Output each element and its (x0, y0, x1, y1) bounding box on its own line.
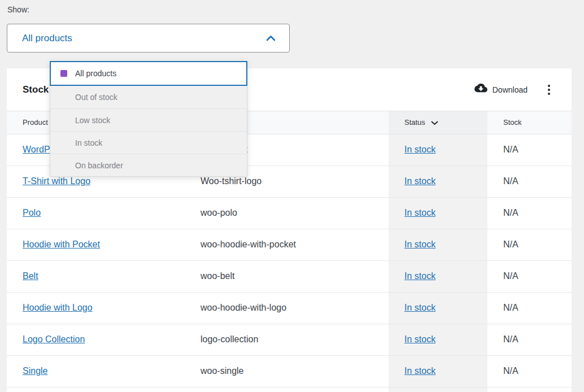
product-cell: Hoodie with Logo (7, 292, 194, 324)
sku-cell: woo-single (194, 355, 389, 387)
status-cell: In stock (389, 324, 487, 355)
product-link[interactable]: Single (23, 366, 47, 376)
sku-cell: woo-polo (194, 197, 389, 229)
dropdown-option-all-products[interactable]: All products (50, 61, 247, 86)
kebab-dot (548, 85, 550, 87)
cloud-download-icon (474, 84, 487, 96)
dropdown-option-in-stock[interactable]: In stock (50, 131, 247, 154)
product-link[interactable]: Logo Collection (23, 334, 85, 344)
col-header-status-label: Status (404, 118, 425, 127)
status-link[interactable]: In stock (404, 334, 435, 344)
kebab-dot (548, 89, 550, 91)
status-cell: In stock (389, 292, 487, 324)
dropdown-option-low-stock[interactable]: Low stock (50, 108, 247, 131)
table-row: Polowoo-poloIn stockN/A (7, 197, 572, 229)
product-cell: Logo Collection (7, 324, 194, 355)
stock-cell: N/A (487, 292, 572, 324)
status-cell: In stock (389, 165, 487, 197)
status-link[interactable]: In stock (404, 303, 435, 312)
product-cell: Single (7, 355, 194, 387)
status-link[interactable]: In stock (404, 208, 435, 217)
col-header-status[interactable]: Status (389, 111, 487, 134)
status-link[interactable]: In stock (404, 176, 435, 186)
chevron-down-icon (431, 119, 438, 127)
sku-cell: woo-hoodie-with-logo (194, 292, 389, 324)
status-cell: In stock (389, 229, 487, 260)
table-row (7, 387, 572, 392)
status-link[interactable]: In stock (404, 271, 435, 281)
product-cell: Hoodie with Pocket (7, 229, 194, 260)
download-button[interactable]: Download (474, 84, 528, 96)
status-cell: In stock (389, 355, 487, 387)
product-link[interactable]: Belt (23, 271, 38, 281)
sku-cell: woo-hoodie-with-pocket (194, 229, 389, 260)
dropdown-option-out-of-stock[interactable]: Out of stock (50, 86, 247, 108)
product-link[interactable]: T-Shirt with Logo (23, 176, 90, 186)
product-cell: Polo (7, 197, 194, 229)
filter-dropdown-menu: All products Out of stockLow stockIn sto… (50, 61, 247, 177)
product-link[interactable]: Hoodie with Logo (23, 303, 93, 312)
stock-cell: N/A (487, 134, 572, 165)
kebab-dot (548, 93, 550, 95)
status-link[interactable]: In stock (404, 145, 435, 154)
status-cell: In stock (389, 134, 487, 165)
col-header-stock[interactable]: Stock (487, 111, 572, 134)
col-header-product-label: Product (23, 118, 48, 127)
status-cell: In stock (389, 260, 487, 292)
product-cell (7, 387, 194, 392)
status-link[interactable]: In stock (404, 239, 435, 249)
stock-cell: N/A (487, 229, 572, 260)
status-cell: In stock (389, 197, 487, 229)
dropdown-selected-label: All products (75, 69, 116, 78)
chevron-up-icon (266, 33, 276, 43)
product-filter-select[interactable]: All products (7, 24, 290, 53)
stock-cell (487, 387, 572, 392)
sku-cell (194, 387, 389, 392)
table-row: Logo Collectionlogo-collectionIn stockN/… (7, 324, 572, 355)
stock-cell: N/A (487, 324, 572, 355)
stock-cell: N/A (487, 197, 572, 229)
table-row: Hoodie with Logowoo-hoodie-with-logoIn s… (7, 292, 572, 324)
select-value: All products (22, 33, 72, 44)
col-header-stock-label: Stock (503, 118, 522, 127)
table-row: Hoodie with Pocketwoo-hoodie-with-pocket… (7, 229, 572, 260)
stock-cell: N/A (487, 165, 572, 197)
selected-indicator-icon (60, 70, 67, 77)
table-row: Beltwoo-beltIn stockN/A (7, 260, 572, 292)
status-link[interactable]: In stock (404, 366, 435, 376)
status-cell (389, 387, 487, 392)
download-label: Download (493, 85, 528, 94)
product-link[interactable]: Polo (23, 208, 41, 217)
sku-cell: woo-belt (194, 260, 389, 292)
product-link[interactable]: Hoodie with Pocket (23, 239, 100, 249)
filter-label: Show: (7, 5, 29, 14)
product-cell: Belt (7, 260, 194, 292)
table-row: Singlewoo-singleIn stockN/A (7, 355, 572, 387)
card-title: Stock (23, 84, 49, 95)
kebab-menu-button[interactable] (546, 82, 552, 97)
sku-cell: logo-collection (194, 324, 389, 355)
dropdown-option-on-backorder[interactable]: On backorder (50, 154, 247, 176)
stock-cell: N/A (487, 355, 572, 387)
stock-cell: N/A (487, 260, 572, 292)
